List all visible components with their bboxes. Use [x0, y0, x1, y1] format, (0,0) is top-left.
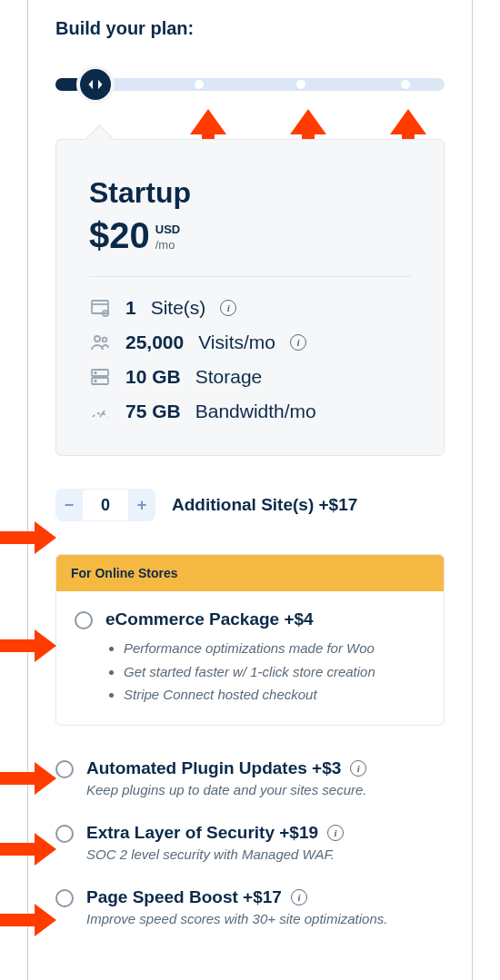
- slider-handle[interactable]: [76, 65, 115, 104]
- info-icon[interactable]: i: [350, 760, 366, 777]
- spec-row-bandwidth: 75 GB Bandwidth/mo: [89, 401, 411, 422]
- plan-name: Startup: [89, 176, 411, 210]
- ecommerce-badge: For Online Stores: [56, 555, 444, 591]
- gauge-icon: [89, 401, 111, 422]
- ecommerce-list: Performance optimizations made for Woo G…: [105, 637, 375, 707]
- addon-desc: Improve speed scores with 30+ site optim…: [86, 911, 387, 926]
- info-icon[interactable]: i: [220, 300, 236, 316]
- slider-tick: [296, 80, 305, 89]
- users-icon: [89, 332, 111, 353]
- addon-radio[interactable]: [55, 760, 74, 778]
- svg-rect-0: [92, 301, 108, 313]
- svg-point-6: [95, 372, 96, 374]
- addon-plugin-updates: Automated Plugin Updates +$3 i Keep plug…: [55, 758, 445, 797]
- page-heading: Build your plan:: [55, 18, 445, 39]
- ecommerce-card: For Online Stores eCommerce Package +$4 …: [55, 554, 445, 726]
- ecommerce-title: eCommerce Package +$4: [105, 609, 375, 629]
- slider-tick: [195, 80, 204, 89]
- storage-icon: [89, 366, 111, 388]
- svg-point-2: [95, 336, 100, 342]
- list-item: Stripe Connect hosted checkout: [124, 683, 375, 707]
- addon-security: Extra Layer of Security +$19 i SOC 2 lev…: [55, 823, 445, 862]
- addon-title: Extra Layer of Security +$19: [86, 823, 318, 843]
- list-item: Performance optimizations made for Woo: [124, 637, 375, 660]
- stepper-decrement[interactable]: −: [55, 489, 83, 521]
- spec-label: Bandwidth/mo: [195, 401, 316, 422]
- spec-value: 25,000: [125, 332, 184, 353]
- addon-title: Page Speed Boost +$17: [86, 887, 282, 907]
- spec-row-sites: 1 Site(s) i: [89, 297, 411, 319]
- spec-value: 75 GB: [125, 401, 181, 422]
- addon-title: Automated Plugin Updates +$3: [86, 758, 341, 778]
- additional-sites-input[interactable]: [83, 490, 128, 520]
- spec-label: Site(s): [151, 297, 206, 319]
- spec-row-storage: 10 GB Storage: [89, 366, 411, 388]
- plan-slider[interactable]: [55, 66, 445, 103]
- quantity-stepper[interactable]: − +: [55, 489, 155, 521]
- info-icon[interactable]: i: [327, 825, 344, 841]
- addon-radio[interactable]: [55, 889, 74, 907]
- plan-period: /mo: [155, 238, 180, 253]
- slider-tick: [401, 80, 410, 89]
- plan-card: Startup $20 USD /mo 1 Site(s) i 25,000 V…: [55, 139, 445, 456]
- addon-desc: SOC 2 level security with Managed WAF.: [86, 846, 344, 862]
- addon-radio[interactable]: [55, 825, 74, 843]
- ecommerce-radio[interactable]: [75, 611, 93, 629]
- plan-currency: USD: [155, 223, 180, 238]
- svg-point-7: [95, 381, 96, 382]
- plan-price: $20: [89, 215, 150, 256]
- spec-row-visits: 25,000 Visits/mo i: [89, 332, 411, 353]
- stepper-increment[interactable]: +: [128, 489, 155, 521]
- spec-value: 1: [125, 297, 136, 319]
- addon-page-speed: Page Speed Boost +$17 i Improve speed sc…: [55, 887, 445, 926]
- additional-sites-label: Additional Site(s) +$17: [172, 495, 357, 515]
- spec-label: Storage: [195, 366, 263, 388]
- drag-horizontal-icon: [87, 76, 104, 93]
- site-icon: [89, 297, 111, 319]
- addon-desc: Keep plugins up to date and your sites s…: [86, 782, 367, 797]
- info-icon[interactable]: i: [290, 334, 306, 351]
- list-item: Get started faster w/ 1-click store crea…: [124, 660, 375, 684]
- spec-label: Visits/mo: [198, 332, 275, 353]
- info-icon[interactable]: i: [291, 889, 307, 906]
- svg-point-3: [103, 338, 107, 342]
- spec-value: 10 GB: [125, 366, 181, 388]
